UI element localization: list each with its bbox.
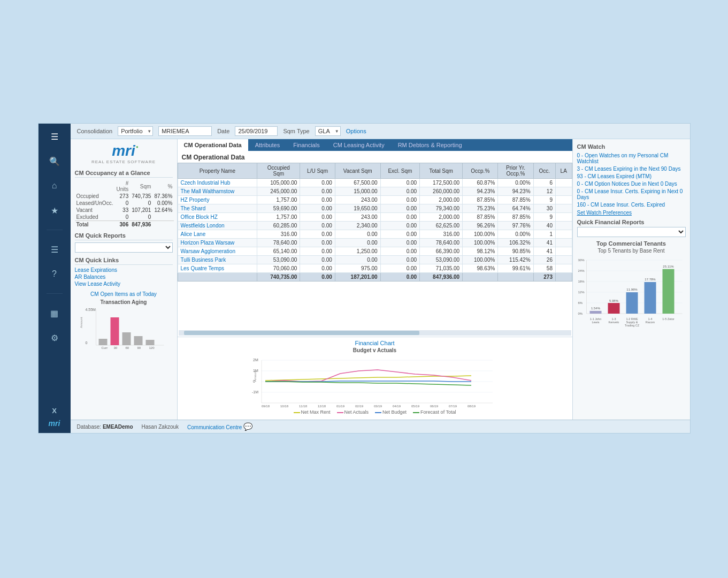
quick-financial-reports-title: Quick Financial Reports [577, 219, 686, 225]
tab-financials[interactable]: Financials [287, 139, 326, 151]
sqm-type-label: Sqm Type [283, 128, 309, 134]
cell-lu: 0.00 [300, 204, 335, 213]
property-name-link[interactable]: Czech Industrial Hub [178, 179, 257, 187]
cell-occupied: 245,000.00 [257, 187, 300, 196]
cell-prior: 0.00% [498, 179, 533, 187]
footer-prior [498, 273, 533, 282]
property-name-link[interactable]: The Shard [178, 204, 257, 213]
property-name-link[interactable]: Les Quatre Temps [178, 264, 257, 273]
cell-lu: 0.00 [300, 247, 335, 256]
property-name-link[interactable]: Warsaw Agglomeration [178, 247, 257, 256]
date-label: Date [217, 128, 229, 134]
tab-cm-leasing[interactable]: CM Leasing Activity [327, 139, 391, 151]
cell-la [555, 213, 572, 222]
middle-panel: CM Operational Data Attributes Financial… [178, 139, 572, 420]
cell-occupied: 105,000.00 [257, 179, 300, 187]
cell-occ: 58 [533, 264, 555, 273]
table-row: Office Block HZ 1,757.00 0.00 243.00 0.0… [178, 213, 572, 222]
table-row: Czech Industrial Hub 105,000.00 0.00 67,… [178, 179, 572, 187]
consolidation-label: Consolidation [77, 128, 113, 134]
property-name-link[interactable]: The Mall Walthamstow [178, 187, 257, 196]
footer-occupied: 740,735.00 [257, 273, 300, 282]
cell-occp: 100.00% [463, 256, 498, 264]
top-tenants-chart: 30% 24% 18% 12% 6% 0% [577, 256, 686, 331]
quick-link-lease-exp[interactable]: Lease Expirations [75, 267, 173, 273]
tab-cm-operational[interactable]: CM Operational Data [178, 139, 248, 151]
cell-excl: 0.00 [380, 204, 419, 213]
property-name-link[interactable]: Westfields London [178, 222, 257, 230]
cell-total: 78,640.00 [420, 239, 463, 247]
list-icon[interactable]: ☰ [47, 242, 62, 257]
chat-icon: 💬 [243, 422, 252, 431]
date-input[interactable] [235, 126, 278, 136]
close-nav-icon[interactable]: X [52, 407, 57, 415]
set-watch-preferences-link[interactable]: Set Watch Preferences [577, 210, 686, 216]
cell-occp: 60.87% [463, 179, 498, 187]
watch-item-4[interactable]: 0 - CM Lease Insur. Certs. Expiring in N… [577, 188, 686, 200]
watch-item-2[interactable]: 93 - CM Leases Expired (MTM) [577, 173, 686, 179]
occ-row-pct [152, 221, 174, 229]
quick-financial-reports-select[interactable] [577, 227, 686, 237]
watch-item-0[interactable]: 0 - Open Watches on my Personal CM Watch… [577, 153, 686, 164]
quick-link-view-lease[interactable]: View Lease Activity [75, 281, 173, 287]
svg-text:Trading CZ: Trading CZ [624, 324, 639, 327]
cell-occ: 40 [533, 222, 555, 230]
cell-occupied: 53,090.00 [257, 256, 300, 264]
favorites-icon[interactable]: ★ [47, 203, 62, 218]
cell-occp: 100.00% [463, 239, 498, 247]
sqm-type-select[interactable]: GLA [315, 126, 341, 136]
consolidation-select[interactable]: Portfolio [118, 126, 153, 136]
col-occ: Occ. [533, 163, 555, 179]
help-icon[interactable]: ? [47, 267, 62, 282]
col-excl-sqm: Excl. Sqm [380, 163, 419, 179]
svg-text:-1M: -1M [252, 390, 258, 394]
table-row: Warsaw Agglomeration 65,140.00 0.00 1,25… [178, 247, 572, 256]
table-row: Tulli Business Park 53,090.00 0.00 0.00 … [178, 256, 572, 264]
occ-row-sqm: 740,735 [130, 193, 152, 200]
property-name-link[interactable]: Alice Lane [178, 230, 257, 239]
home-icon[interactable]: ⌂ [47, 178, 62, 193]
property-name-link[interactable]: Tulli Business Park [178, 256, 257, 264]
cell-vacant: 67,500.00 [335, 179, 380, 187]
cell-occupied: 70,060.00 [257, 264, 300, 273]
watch-item-3[interactable]: 0 - CM Option Notices Due in Next 0 Days [577, 181, 686, 187]
reports-icon[interactable]: ▦ [47, 306, 62, 321]
search-icon[interactable]: 🔍 [47, 154, 62, 169]
property-name-link[interactable]: Office Block HZ [178, 213, 257, 222]
svg-text:90: 90 [137, 346, 141, 349]
property-name-link[interactable]: HZ Property [178, 196, 257, 204]
cell-prior: 115.42% [498, 256, 533, 264]
cell-occ: 26 [533, 256, 555, 264]
svg-text:30: 30 [113, 346, 117, 349]
property-name-link[interactable]: Horizon Plaza Warsaw [178, 239, 257, 247]
options-link[interactable]: Options [346, 128, 366, 134]
communication-centre-label[interactable]: Communication Centre 💬 [187, 422, 252, 431]
menu-icon[interactable]: ☰ [47, 129, 62, 144]
quick-reports-select[interactable] [75, 242, 173, 253]
cell-la [555, 256, 572, 264]
cell-excl: 0.00 [380, 222, 419, 230]
data-table-wrapper[interactable]: Property Name OccupiedSqm L/U Sqm Vacant… [178, 163, 572, 329]
tab-attributes[interactable]: Attributes [249, 139, 286, 151]
tab-rm-debtors[interactable]: RM Debtors & Reporting [392, 139, 469, 151]
footer-excl: 0.00 [380, 273, 419, 282]
settings-icon[interactable]: ⚙ [47, 330, 62, 345]
cell-total: 316.00 [420, 230, 463, 239]
watch-item-1[interactable]: 3 - CM Leases Expiring in the Next 90 Da… [577, 166, 686, 172]
cell-vacant: 19,650.00 [335, 204, 380, 213]
horizontal-scrollbar[interactable] [179, 330, 571, 336]
mri-logo-dot: ● [136, 144, 139, 149]
cell-total: 2,000.00 [420, 213, 463, 222]
watch-item-5[interactable]: 160 - CM Lease Insur. Certs. Expired [577, 202, 686, 208]
cell-prior: 106.32% [498, 239, 533, 247]
svg-text:2M: 2M [253, 358, 258, 362]
cell-excl: 0.00 [380, 247, 419, 256]
region-input[interactable] [158, 126, 212, 136]
svg-rect-55 [626, 292, 638, 314]
col-occupied-sqm: OccupiedSqm [257, 163, 300, 179]
cell-total: 260,000.00 [420, 187, 463, 196]
cell-lu: 0.00 [300, 264, 335, 273]
cell-excl: 0.00 [380, 187, 419, 196]
cell-excl: 0.00 [380, 196, 419, 204]
quick-link-ar-balances[interactable]: AR Balances [75, 274, 173, 280]
